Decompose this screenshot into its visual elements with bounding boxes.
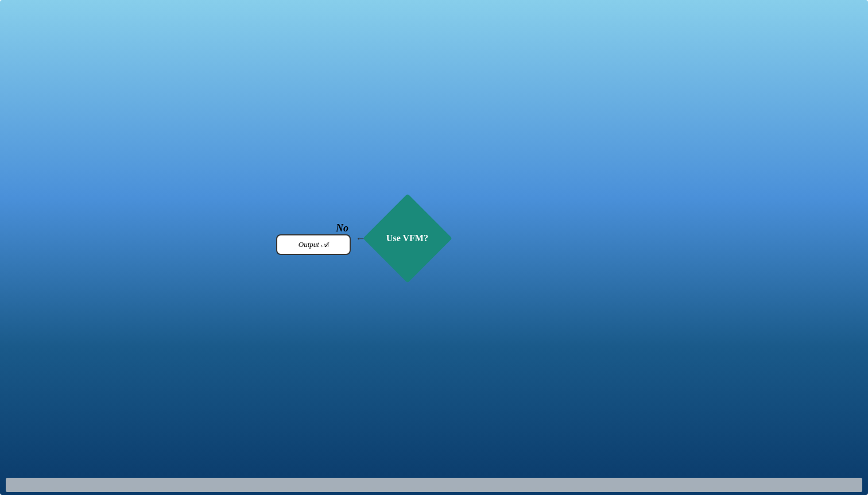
output-box: Output 𝒜ᵢ [276,234,351,255]
left-panel: 𝒬1: 2db9a50a.png 𝒜₁: Received. 𝒬2: repla… [6,6,253,489]
a2-images [180,140,237,222]
no-label: No [336,222,348,234]
use-vfm-diamond: Use VFM? [363,194,452,283]
diamond-row: No Output 𝒜ᵢ ← Use VFM? [257,201,464,276]
use-vfm-label: Use VFM? [386,233,428,245]
a2-bubble: 𝒜2:483d_replace-something_2db9a50a_2db9a… [13,134,245,228]
diamond-wrapper: Use VFM? [370,201,445,276]
a2-image2 [180,182,237,222]
output-section: No Output 𝒜ᵢ [276,222,351,255]
